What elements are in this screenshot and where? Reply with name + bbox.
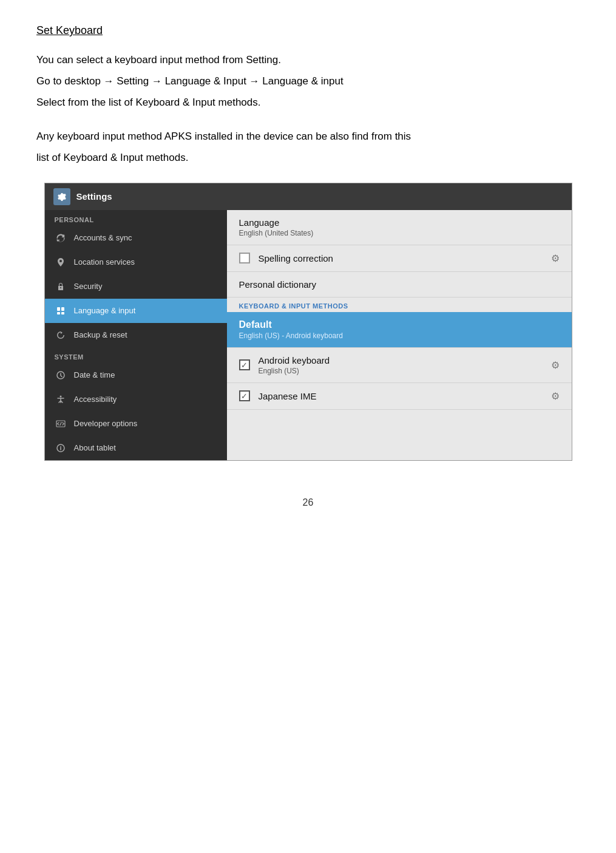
- sidebar-item-accounts[interactable]: Accounts & sync: [45, 226, 227, 250]
- content-item-default-text: Default English (US) - Android keyboard: [239, 319, 560, 340]
- sidebar-item-developer-label: Developer options: [74, 419, 138, 428]
- spelling-tune-icon[interactable]: ⚙: [551, 253, 560, 264]
- sidebar-item-security[interactable]: Security: [45, 274, 227, 299]
- spelling-checkbox[interactable]: [239, 253, 250, 263]
- keyboard-section-label: KEYBOARD & INPUT METHODS: [227, 297, 572, 312]
- paragraph-2-line-2: list of Keyboard & Input methods.: [36, 149, 580, 166]
- android-keyboard-checkmark: ✓: [241, 361, 248, 370]
- sidebar-item-developer[interactable]: Developer options: [45, 412, 227, 436]
- lock-icon: [55, 280, 67, 293]
- japanese-ime-checkbox[interactable]: ✓: [239, 390, 250, 401]
- sidebar-section-personal: PERSONAL: [45, 210, 227, 226]
- sidebar-item-datetime[interactable]: Date & time: [45, 363, 227, 387]
- paragraph-2-line-1: Any keyboard input method APKS installed…: [36, 128, 580, 144]
- content-item-language-title: Language: [239, 217, 560, 228]
- page-number: 26: [36, 497, 580, 508]
- svg-rect-2: [57, 312, 60, 314]
- sidebar-item-accessibility[interactable]: Accessibility: [45, 387, 227, 412]
- info-icon: [55, 442, 67, 454]
- content-item-spelling-title: Spelling correction: [259, 253, 551, 263]
- location-icon: [55, 256, 67, 268]
- paragraph-1-line-1: You can select a keyboard input method f…: [36, 52, 580, 68]
- content-item-personal-dict-title: Personal dictionary: [239, 279, 560, 290]
- language-icon: [55, 305, 67, 317]
- sidebar-item-language[interactable]: Language & input: [45, 299, 227, 323]
- paragraph-1-line-3: Select from the list of Keyboard & Input…: [36, 94, 580, 110]
- content-item-default-subtitle: English (US) - Android keyboard: [239, 331, 560, 340]
- sidebar-item-location[interactable]: Location services: [45, 250, 227, 274]
- content-item-japanese-ime-text: Japanese IME: [259, 391, 551, 401]
- sidebar-item-datetime-label: Date & time: [74, 370, 115, 379]
- svg-rect-0: [57, 307, 60, 311]
- svg-rect-1: [61, 307, 64, 311]
- content-item-language-text: Language English (United States): [239, 217, 560, 237]
- settings-sidebar: PERSONAL Accounts & sync Location servic…: [45, 210, 227, 460]
- content-item-default-title: Default: [239, 319, 560, 330]
- sidebar-item-about-label: About tablet: [74, 443, 116, 452]
- content-item-android-keyboard[interactable]: ✓ Android keyboard English (US) ⚙: [227, 348, 572, 383]
- sidebar-item-accounts-label: Accounts & sync: [74, 233, 132, 242]
- sidebar-item-language-label: Language & input: [74, 306, 136, 315]
- sidebar-item-about[interactable]: About tablet: [45, 436, 227, 460]
- accessibility-icon: [55, 393, 67, 406]
- sidebar-section-system: SYSTEM: [45, 347, 227, 363]
- content-item-personal-dict-text: Personal dictionary: [239, 279, 560, 290]
- sidebar-item-backup-label: Backup & reset: [74, 330, 127, 339]
- content-item-language[interactable]: Language English (United States): [227, 210, 572, 245]
- content-item-android-keyboard-title: Android keyboard: [259, 355, 551, 365]
- settings-topbar: Settings: [45, 183, 572, 210]
- clock-icon: [55, 369, 67, 381]
- sidebar-item-location-label: Location services: [74, 257, 135, 267]
- japanese-ime-checkmark: ✓: [241, 392, 248, 401]
- content-item-japanese-ime-title: Japanese IME: [259, 391, 551, 401]
- content-item-spelling-text: Spelling correction: [259, 253, 551, 263]
- content-item-language-subtitle: English (United States): [239, 229, 560, 237]
- svg-point-5: [59, 395, 61, 397]
- content-item-android-keyboard-text: Android keyboard English (US): [259, 355, 551, 375]
- content-item-spelling[interactable]: Spelling correction ⚙: [227, 245, 572, 272]
- content-item-android-keyboard-subtitle: English (US): [259, 367, 551, 375]
- developer-icon: [55, 418, 67, 430]
- sidebar-item-backup[interactable]: Backup & reset: [45, 323, 227, 347]
- settings-topbar-title: Settings: [76, 191, 112, 202]
- sidebar-item-security-label: Security: [74, 282, 103, 291]
- settings-app-icon: [53, 188, 70, 205]
- content-panel: Language English (United States) Spellin…: [227, 210, 572, 460]
- content-item-japanese-ime[interactable]: ✓ Japanese IME ⚙: [227, 383, 572, 410]
- sync-icon: [55, 232, 67, 244]
- paragraph-1-line-2: Go to desktop → Setting → Language & Inp…: [36, 73, 580, 89]
- page-title: Set Keyboard: [36, 24, 580, 37]
- svg-rect-3: [61, 312, 64, 314]
- settings-body: PERSONAL Accounts & sync Location servic…: [45, 210, 572, 460]
- paragraph-1: You can select a keyboard input method f…: [36, 52, 580, 111]
- sidebar-item-accessibility-label: Accessibility: [74, 395, 117, 404]
- android-keyboard-tune-icon[interactable]: ⚙: [551, 359, 560, 371]
- japanese-ime-tune-icon[interactable]: ⚙: [551, 390, 560, 402]
- paragraph-2: Any keyboard input method APKS installed…: [36, 128, 580, 166]
- android-keyboard-checkbox[interactable]: ✓: [239, 359, 250, 370]
- content-item-default[interactable]: Default English (US) - Android keyboard: [227, 312, 572, 348]
- content-item-personal-dict[interactable]: Personal dictionary: [227, 272, 572, 297]
- backup-icon: [55, 329, 67, 341]
- settings-screenshot: Settings PERSONAL Accounts & sync: [44, 183, 572, 461]
